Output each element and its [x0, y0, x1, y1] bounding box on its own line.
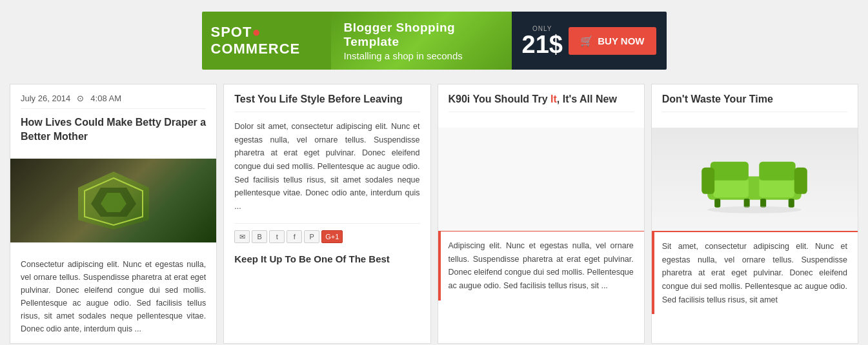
banner-cta-area: ONLY 21$ 🛒 BUY NOW	[512, 12, 667, 70]
card4-bottom-section: Sit amet, consectetur adipiscing elit. N…	[652, 231, 858, 314]
banner-tagline-area: Blogger Shopping Template Installing a s…	[331, 12, 512, 70]
share-bar: ✉ B t f P G+1	[234, 223, 419, 243]
svg-rect-12	[744, 199, 750, 208]
svg-point-15	[708, 206, 802, 213]
banner-dot: ●	[252, 24, 261, 40]
red-bar	[438, 232, 441, 301]
share-blogger-button[interactable]: B	[252, 230, 267, 243]
svg-rect-10	[794, 168, 807, 194]
svg-rect-11	[715, 199, 721, 208]
card-3: K90i You Should Try It, It's All New Adi…	[438, 84, 645, 344]
share-email-button[interactable]: ✉	[234, 230, 250, 243]
banner-logo-line1: SPOT●	[211, 24, 301, 41]
svg-rect-9	[702, 168, 715, 194]
svg-rect-5	[714, 178, 749, 197]
article-image-1	[10, 159, 216, 242]
svg-rect-6	[760, 178, 795, 197]
share-pinterest-button[interactable]: P	[304, 230, 319, 243]
clock-icon: ⊙	[77, 94, 84, 103]
cart-icon: 🛒	[580, 35, 593, 47]
svg-rect-14	[789, 199, 794, 208]
red-bar-4	[652, 232, 654, 314]
svg-rect-8	[760, 162, 796, 181]
share-twitter-button[interactable]: t	[269, 230, 285, 243]
banner-price: 21$	[522, 32, 563, 57]
share-gplus-button[interactable]: G+1	[321, 230, 343, 243]
article-title-4[interactable]: Don't Waste Your Time	[662, 94, 847, 112]
article-date: July 26, 2014	[21, 94, 70, 103]
banner-logo: SPOT● COMMERCE	[202, 12, 331, 70]
article-title-3[interactable]: K90i You Should Try It, It's All New	[449, 94, 634, 112]
article-body-4: Sit amet, consectetur adipiscing elit. N…	[662, 240, 847, 306]
buy-now-button[interactable]: 🛒 BUY NOW	[569, 27, 656, 55]
svg-rect-13	[760, 199, 766, 208]
card-2: Test You Life Style Before Leaving Dolor…	[223, 84, 430, 344]
banner-tagline2: Installing a shop in seconds	[344, 50, 499, 61]
article-time: 4:08 AM	[90, 94, 121, 103]
sofa-image	[652, 128, 858, 231]
banner-tagline1: Blogger Shopping Template	[344, 21, 499, 49]
article-excerpt-1: Consectetur adipiscing elit. Nunc et ege…	[21, 258, 206, 335]
banner: SPOT● COMMERCE Blogger Shopping Template…	[202, 12, 667, 70]
title-highlight: It	[550, 94, 557, 104]
card3-bottom-section: Adipiscing elit. Nunc et egestas nulla, …	[438, 231, 644, 301]
banner-section: SPOT● COMMERCE Blogger Shopping Template…	[0, 0, 868, 84]
article-body-3: Adipiscing elit. Nunc et egestas nulla, …	[449, 239, 634, 293]
content-grid: July 26, 2014 ⊙ 4:08 AM How Lives Could …	[0, 84, 868, 344]
svg-rect-7	[711, 162, 749, 181]
banner-logo-line2: COMMERCE	[211, 41, 301, 57]
article-title-2[interactable]: Test You Life Style Before Leaving	[234, 94, 419, 112]
article-body-2: Dolor sit amet, consectetur adipiscing e…	[234, 120, 419, 213]
card-1: July 26, 2014 ⊙ 4:08 AM How Lives Could …	[10, 84, 217, 344]
card-4: Don't Waste Your Time	[651, 84, 858, 344]
article-title-1[interactable]: How Lives Could Make Betty Draper a Bett…	[21, 115, 206, 144]
share-facebook-button[interactable]: f	[287, 230, 302, 243]
card3-empty-area	[438, 128, 644, 231]
article-title-2b[interactable]: Keep It Up To Be One Of The Best	[234, 253, 419, 264]
article-meta: July 26, 2014 ⊙ 4:08 AM	[21, 94, 206, 109]
